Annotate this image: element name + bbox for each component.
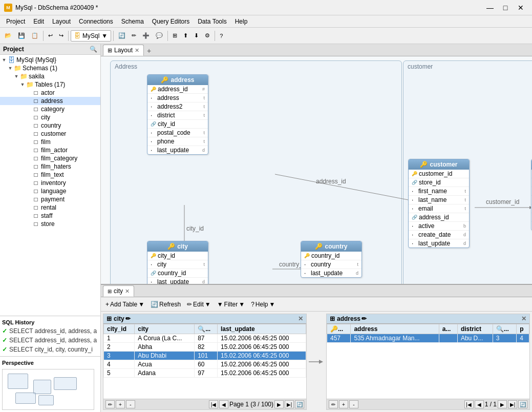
table-tb-button[interactable]: ⊞ xyxy=(170,30,180,42)
tree-item-schemas[interactable]: ▼ 📁 Schemas (1) xyxy=(0,64,100,72)
filter-button[interactable]: ▼ Filter ▼ xyxy=(215,298,247,311)
close-button[interactable]: ✕ xyxy=(514,3,528,13)
refresh-tb-button[interactable]: 🔄 xyxy=(116,30,128,42)
city-next-page[interactable]: ▶ xyxy=(274,400,284,408)
redo-button[interactable]: ↪ xyxy=(56,30,66,42)
col-header-addr-a[interactable]: a... xyxy=(439,324,457,334)
city-row-3[interactable]: 3 Abu Dhabi 101 15.02.2006 06:45:25 000 xyxy=(104,352,306,360)
menu-edit[interactable]: Edit xyxy=(29,17,48,26)
tree-item-actor[interactable]: ▶ □ actor xyxy=(0,89,100,97)
city-add-row-button[interactable]: ✏ xyxy=(105,400,115,408)
tree-item-customer[interactable]: ▶ □ customer xyxy=(0,130,100,138)
refresh-button[interactable]: 🔄 Refresh xyxy=(148,298,183,311)
address-refresh-page[interactable]: 🔄 xyxy=(518,400,527,408)
menu-help[interactable]: Help xyxy=(231,17,252,26)
add-tb-button[interactable]: ➕ xyxy=(140,30,152,42)
address-next-page[interactable]: ▶ xyxy=(498,400,507,408)
col-header-city-search[interactable]: 🔍... xyxy=(195,324,218,334)
tree-item-payment[interactable]: ▶ □ payment xyxy=(0,195,100,203)
tree-item-mysql[interactable]: ▼ 🗄 MySql {MySql} xyxy=(0,56,100,64)
tree-item-inventory[interactable]: ▶ □ inventory xyxy=(0,179,100,187)
menu-project[interactable]: Project xyxy=(2,17,29,26)
tree-item-film[interactable]: ▶ □ film xyxy=(0,138,100,146)
sql-history-item-3[interactable]: ✓ SELECT city_id, city, country_i xyxy=(2,345,98,354)
col-header-city-name[interactable]: city xyxy=(135,324,195,334)
edit-button[interactable]: ✏ Edit ▼ xyxy=(184,298,214,311)
city-row-2[interactable]: 2 Abha 82 15.02.2006 06:45:25 000 xyxy=(104,343,306,352)
city-grid-edit-icon[interactable]: ✏ xyxy=(125,315,131,322)
settings-tb-button[interactable]: ⚙ xyxy=(202,30,212,42)
address-add-button[interactable]: + xyxy=(339,400,348,408)
address-last-page[interactable]: ▶| xyxy=(508,400,517,408)
diagram-table-country[interactable]: 🔑 country 🔑country_id ·countryt ·last_up… xyxy=(301,241,362,278)
tab-city-close[interactable]: ✕ xyxy=(125,288,130,295)
tree-item-category[interactable]: ▶ □ category xyxy=(0,105,100,113)
open-button[interactable]: 📂 xyxy=(2,30,14,42)
col-header-last-update[interactable]: last_update xyxy=(218,324,306,334)
menu-connections[interactable]: Connections xyxy=(75,17,117,26)
address-first-page[interactable]: |◀ xyxy=(464,400,474,408)
col-header-addr-address[interactable]: address xyxy=(351,324,439,334)
diagram-table-city[interactable]: 🔑 city 🔑city_id ·cityt 🔗country_id ·last… xyxy=(147,241,208,284)
edit-tb-button[interactable]: ✏ xyxy=(129,30,139,42)
city-row-1[interactable]: 1 A Corua (La C... 87 15.02.2006 06:45:2… xyxy=(104,334,306,343)
tree-item-film-actor[interactable]: ▶ □ film_actor xyxy=(0,146,100,154)
city-refresh-page[interactable]: 🔄 xyxy=(295,400,304,408)
tree-item-sakila[interactable]: ▼ 📁 sakila xyxy=(0,72,100,80)
saveas-button[interactable]: 📋 xyxy=(29,30,41,42)
add-table-button[interactable]: + Add Table ▼ xyxy=(103,298,147,311)
help-data-button[interactable]: ? Help ▼ xyxy=(248,298,278,311)
diagram-canvas[interactable]: Address customer city_id country_id addr… xyxy=(101,56,532,284)
address-prev-page[interactable]: ◀ xyxy=(475,400,484,408)
tree-item-store[interactable]: ▶ □ store xyxy=(0,220,100,228)
tree-item-country[interactable]: ▶ □ country xyxy=(0,121,100,130)
menu-schema[interactable]: Schema xyxy=(117,17,148,26)
diagram-table-customer[interactable]: 🔑 customer 🔑customer_id 🔗store_id ·first… xyxy=(408,159,470,248)
col-header-addr-district[interactable]: district xyxy=(457,324,493,334)
diagram-table-address[interactable]: 🔑 address 🔑address_id# ·addresst ·addres… xyxy=(147,74,208,155)
menu-query-editors[interactable]: Query Editors xyxy=(148,17,194,26)
menu-layout[interactable]: Layout xyxy=(48,17,75,26)
address-edit-button[interactable]: ✏ xyxy=(329,400,338,408)
minimize-button[interactable]: — xyxy=(483,3,497,13)
tab-layout[interactable]: ⊞ Layout ✕ xyxy=(103,45,144,56)
city-row-4[interactable]: 4 Acua 60 15.02.2006 06:45:25 000 xyxy=(104,360,306,369)
export-tb-button[interactable]: ⬆ xyxy=(181,30,190,42)
address-row-1[interactable]: 457 535 Ahmadnagar Man... Abu D... 3 4 xyxy=(327,334,529,343)
tab-city-data[interactable]: ⊞ city ✕ xyxy=(103,285,134,297)
tab-layout-close[interactable]: ✕ xyxy=(135,47,139,54)
tree-item-rental[interactable]: ▶ □ rental xyxy=(0,203,100,212)
sql-history-item-2[interactable]: ✓ SELECT address_id, address, a xyxy=(2,336,98,345)
maximize-button[interactable]: □ xyxy=(498,3,513,13)
city-grid-close[interactable]: ✕ xyxy=(298,315,303,322)
col-header-addr-p[interactable]: p xyxy=(517,324,529,334)
comment-tb-button[interactable]: 💬 xyxy=(153,30,165,42)
undo-button[interactable]: ↩ xyxy=(46,30,55,42)
sidebar-search-icon[interactable]: 🔍 xyxy=(90,46,97,53)
save-button[interactable]: 💾 xyxy=(15,30,28,42)
import-tb-button[interactable]: ⬇ xyxy=(191,30,201,42)
tree-item-staff[interactable]: ▶ □ staff xyxy=(0,212,100,220)
menu-data-tools[interactable]: Data Tools xyxy=(194,17,230,26)
help-tb-button[interactable]: ? xyxy=(217,30,225,42)
db-selector[interactable]: 🗄 MySql ▼ xyxy=(71,30,111,42)
address-grid-edit-icon[interactable]: ✏ xyxy=(361,315,367,322)
tree-item-tables[interactable]: ▼ 📁 Tables (17) xyxy=(0,80,100,89)
tree-item-film-text[interactable]: ▶ □ film_text xyxy=(0,171,100,179)
col-header-city-id[interactable]: city_id xyxy=(104,324,135,334)
city-first-page[interactable]: |◀ xyxy=(209,400,218,408)
city-del-row-button[interactable]: - xyxy=(126,400,135,408)
address-del-button[interactable]: - xyxy=(349,400,358,408)
col-header-addr-key[interactable]: 🔑... xyxy=(327,324,351,334)
tree-item-film-category[interactable]: ▶ □ film_category xyxy=(0,154,100,162)
city-row-5[interactable]: 5 Adana 97 15.02.2006 06:45:25 000 xyxy=(104,369,306,378)
col-header-addr-search[interactable]: 🔍... xyxy=(493,324,516,334)
tree-item-address[interactable]: ▶ □ address xyxy=(0,97,100,105)
add-tab-button[interactable]: + xyxy=(144,46,154,56)
city-prev-page[interactable]: ◀ xyxy=(219,400,228,408)
tree-item-film-haters[interactable]: ▶ □ film_haters xyxy=(0,162,100,171)
city-new-row-button[interactable]: + xyxy=(116,400,125,408)
tree-item-language[interactable]: ▶ □ language xyxy=(0,187,100,195)
tree-item-city[interactable]: ▶ □ city xyxy=(0,113,100,121)
sql-history-item-1[interactable]: ✓ SELECT address_id, address, a xyxy=(2,326,98,336)
